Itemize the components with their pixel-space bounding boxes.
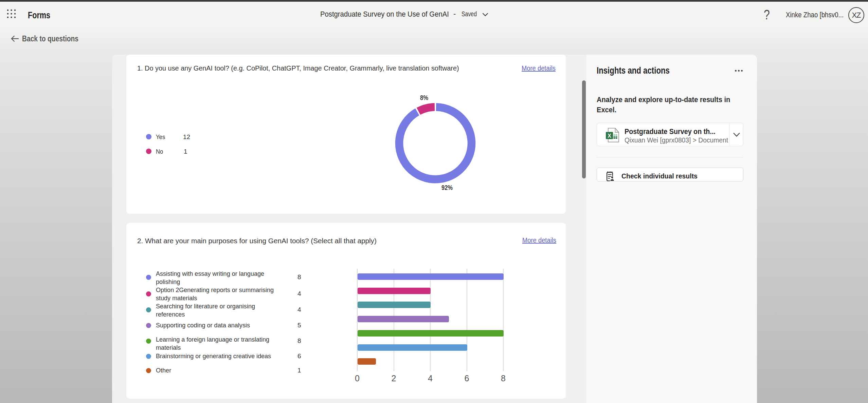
svg-text:X: X [608,133,611,139]
